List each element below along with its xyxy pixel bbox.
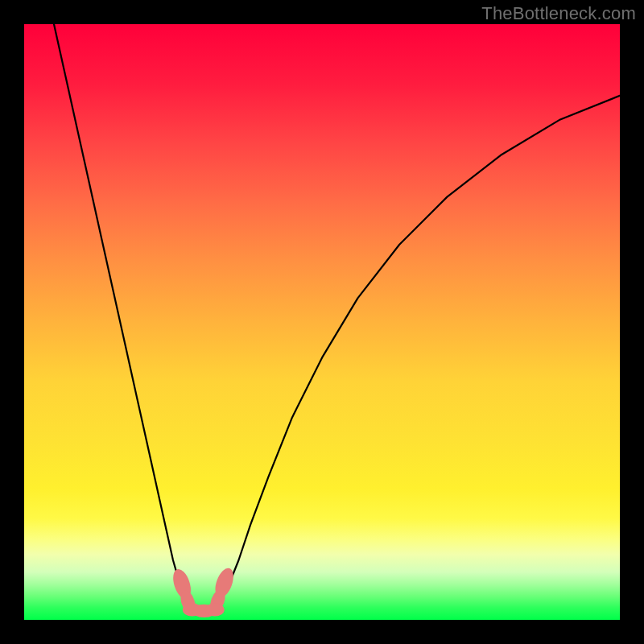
right-branch-curve	[215, 96, 620, 608]
marker-6	[205, 603, 225, 616]
plot-area	[24, 24, 620, 620]
left-branch-curve	[54, 24, 191, 608]
marker-group	[170, 566, 237, 617]
watermark-text: TheBottleneck.com	[481, 3, 636, 24]
curve-layer	[24, 24, 620, 620]
chart-frame: TheBottleneck.com	[0, 0, 644, 644]
